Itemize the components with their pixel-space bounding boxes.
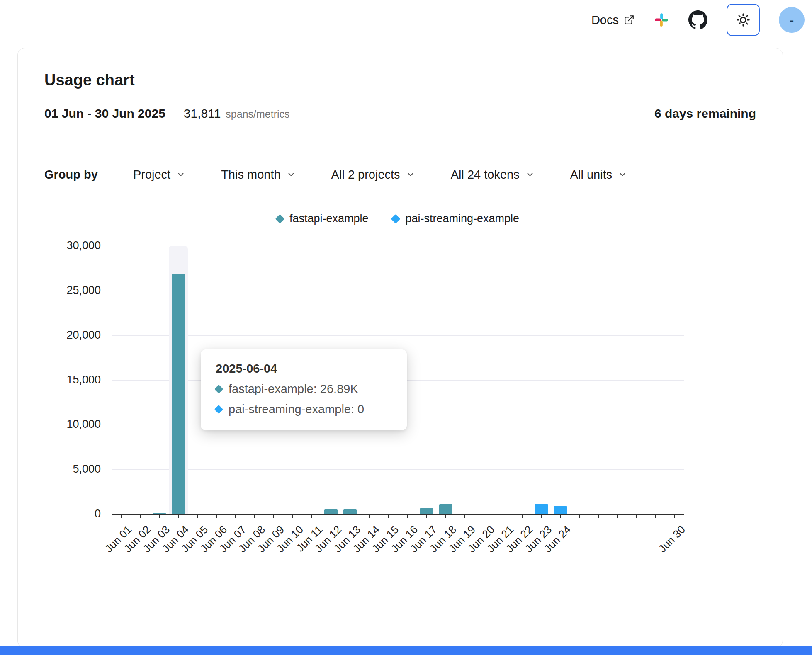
gridline <box>112 291 684 291</box>
legend-label: pai-streaming-example <box>405 212 519 225</box>
avatar[interactable]: - <box>779 7 805 33</box>
slack-link[interactable] <box>654 12 669 28</box>
x-axis-tick <box>254 514 255 518</box>
x-axis-tick <box>503 514 503 518</box>
x-axis-tick <box>655 514 656 518</box>
legend-item-pai-streaming-example[interactable]: pai-streaming-example <box>392 212 519 225</box>
topbar: Docs <box>0 0 812 40</box>
tooltip-row-text: pai-streaming-example: 0 <box>229 403 364 416</box>
chevron-down-icon <box>525 170 535 179</box>
y-axis-label: 15,000 <box>30 374 101 386</box>
vertical-separator <box>113 163 113 187</box>
x-axis-tick <box>464 514 465 518</box>
legend-label: fastapi-example <box>289 212 369 225</box>
x-axis-tick <box>388 514 389 518</box>
x-axis-tick <box>636 514 637 518</box>
dropdown-label: Project <box>133 168 170 182</box>
date-range: 01 Jun - 30 Jun 2025 <box>44 107 165 121</box>
tooltip-row: fastapi-example: 26.89K <box>216 382 392 396</box>
gridline <box>112 246 684 246</box>
legend-swatch <box>275 214 285 223</box>
x-axis-tick <box>445 514 446 518</box>
dropdown-label: All 2 projects <box>331 168 400 182</box>
bar-fastapi-example-Jun 17[interactable] <box>420 508 433 514</box>
y-axis-label: 10,000 <box>30 418 101 431</box>
tooltip-title: 2025-06-04 <box>216 362 392 376</box>
x-axis-tick <box>407 514 408 518</box>
bar-pai-streaming-example-Jun 24[interactable] <box>554 506 567 514</box>
x-axis-tick <box>617 514 618 518</box>
x-axis-tick <box>369 514 370 518</box>
bar-fastapi-example-Jun 12[interactable] <box>324 509 338 514</box>
group-by-dropdown[interactable]: Project <box>133 168 185 182</box>
dropdown-label: This month <box>221 168 280 182</box>
tooltip-row-text: fastapi-example: 26.89K <box>229 382 358 396</box>
usage-unit: spans/metrics <box>226 108 289 120</box>
y-axis-label: 25,000 <box>30 284 101 297</box>
x-axis-tick <box>484 514 484 518</box>
external-link-icon <box>624 15 635 25</box>
x-axis-tick <box>311 514 312 518</box>
github-link[interactable] <box>688 10 707 29</box>
x-axis-tick <box>121 514 122 518</box>
docs-link[interactable]: Docs <box>591 13 635 27</box>
x-axis-tick <box>579 514 580 518</box>
bar-pai-streaming-example-Jun 23[interactable] <box>535 504 548 514</box>
bar-fastapi-example-Jun 03[interactable] <box>153 513 166 514</box>
time-range-dropdown[interactable]: This month <box>221 168 295 182</box>
x-axis-tick <box>674 514 675 518</box>
gridline <box>112 335 684 336</box>
avatar-label: - <box>790 12 794 28</box>
x-axis-tick <box>216 514 217 518</box>
legend: fastapi-examplepai-streaming-example <box>112 212 684 225</box>
sun-icon <box>736 12 751 27</box>
gridline <box>112 469 684 470</box>
units-dropdown[interactable]: All units <box>570 168 627 182</box>
plot-area: 2025-06-04 fastapi-example: 26.89Kpai-st… <box>112 246 684 515</box>
divider <box>44 138 756 138</box>
tooltip-rows: fastapi-example: 26.89Kpai-streaming-exa… <box>216 382 392 416</box>
page-title: Usage chart <box>44 71 756 89</box>
group-by-label: Group by <box>44 168 113 182</box>
chevron-down-icon <box>406 170 415 179</box>
bottom-bar <box>0 646 812 655</box>
chevron-down-icon <box>618 170 627 179</box>
x-axis-tick <box>331 514 331 518</box>
legend-swatch <box>391 214 401 223</box>
x-axis-tick <box>541 514 542 518</box>
chart-tooltip: 2025-06-04 fastapi-example: 26.89Kpai-st… <box>201 349 407 430</box>
x-axis-tick <box>560 514 561 518</box>
docs-label: Docs <box>591 13 619 27</box>
x-axis-tick <box>178 514 179 518</box>
y-axis-label: 0 <box>30 507 101 520</box>
x-axis-tick <box>159 514 160 518</box>
days-remaining: 6 days remaining <box>654 107 756 121</box>
usage-chart: fastapi-examplepai-streaming-example 202… <box>44 212 756 515</box>
github-icon <box>688 10 707 29</box>
x-axis-tick <box>598 514 599 518</box>
y-axis-label: 30,000 <box>30 239 101 252</box>
dropdown-label: All units <box>570 168 613 182</box>
y-axis-label: 20,000 <box>30 329 101 342</box>
tokens-dropdown[interactable]: All 24 tokens <box>451 168 535 182</box>
bar-fastapi-example-Jun 18[interactable] <box>439 504 452 514</box>
chevron-down-icon <box>287 170 296 179</box>
bar-fastapi-example-Jun 13[interactable] <box>343 509 357 514</box>
tooltip-swatch <box>214 405 223 414</box>
x-axis-tick <box>350 514 350 518</box>
theme-toggle-button[interactable] <box>727 4 760 36</box>
usage-card: Usage chart 01 Jun - 30 Jun 2025 31,811 … <box>17 48 783 648</box>
x-axis-tick <box>426 514 427 518</box>
usage-count: 31,811 <box>184 107 221 121</box>
slack-icon <box>654 12 669 28</box>
x-axis-tick <box>292 514 293 518</box>
dropdown-label: All 24 tokens <box>451 168 520 182</box>
chevron-down-icon <box>176 170 185 179</box>
projects-dropdown[interactable]: All 2 projects <box>331 168 415 182</box>
x-axis-tick <box>235 514 236 518</box>
x-axis-tick <box>273 514 274 518</box>
usage-meta-row: 01 Jun - 30 Jun 2025 31,811 spans/metric… <box>44 107 756 121</box>
y-axis-label: 5,000 <box>30 463 101 475</box>
legend-item-fastapi-example[interactable]: fastapi-example <box>277 212 369 225</box>
bar-fastapi-example-Jun 04[interactable] <box>172 274 185 514</box>
